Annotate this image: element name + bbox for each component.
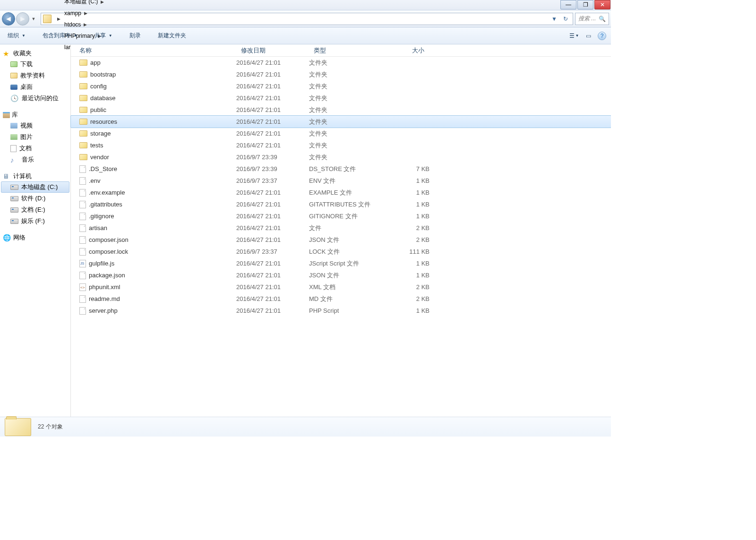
sidebar-item-drive[interactable]: 文档 (E:) xyxy=(1,204,69,215)
file-type: ENV 文件 xyxy=(309,177,386,185)
file-name: composer.lock xyxy=(89,248,128,255)
sidebar-item[interactable]: 视频 xyxy=(1,120,69,131)
organize-button[interactable]: 组织▼ xyxy=(5,30,28,42)
chevron-down-icon: ▼ xyxy=(22,34,26,38)
view-mode-button[interactable]: ☰▼ xyxy=(569,31,579,41)
file-icon xyxy=(79,189,86,197)
file-date: 2016/4/27 21:01 xyxy=(236,236,309,243)
sidebar-item-drive[interactable]: 本地磁盘 (C:) xyxy=(1,181,69,193)
chevron-down-icon: ▼ xyxy=(32,17,36,21)
file-name: phpunit.xml xyxy=(89,283,120,291)
file-row[interactable]: composer.lock2016/9/7 23:37LOCK 文件111 KB xyxy=(71,246,611,257)
file-icon xyxy=(79,201,86,208)
column-header-type[interactable]: 类型 xyxy=(309,44,386,56)
pic-icon xyxy=(10,134,17,140)
file-row[interactable]: .env2016/9/7 23:37ENV 文件1 KB xyxy=(71,175,611,187)
breadcrumb-item[interactable]: xampp▶ xyxy=(62,8,106,19)
file-date: 2016/9/7 23:39 xyxy=(236,165,309,172)
sidebar-item[interactable]: 教学资料 xyxy=(1,70,69,81)
file-size: 2 KB xyxy=(386,224,430,231)
file-row[interactable]: database2016/4/27 21:01文件夹 xyxy=(71,92,611,104)
history-dropdown-button[interactable]: ▼ xyxy=(549,14,559,24)
file-row[interactable]: .env.example2016/4/27 21:01EXAMPLE 文件1 K… xyxy=(71,187,611,198)
desktop-icon xyxy=(10,85,17,90)
network-header[interactable]: 🌐网络 xyxy=(1,232,69,243)
file-row[interactable]: .gitattributes2016/4/27 21:01GITATTRIBUT… xyxy=(71,198,611,210)
file-row[interactable]: public2016/4/27 21:01文件夹 xyxy=(71,104,611,116)
file-icon xyxy=(79,224,86,232)
file-row[interactable]: phpunit.xml2016/4/27 21:01XML 文档2 KB xyxy=(71,281,611,293)
file-row[interactable]: artisan2016/4/27 21:01文件2 KB xyxy=(71,222,611,234)
file-type: 文件夹 xyxy=(309,106,386,114)
file-size: 2 KB xyxy=(386,236,430,243)
file-size: 1 KB xyxy=(386,307,430,314)
nav-history-dropdown[interactable]: ▼ xyxy=(30,14,37,24)
file-row[interactable]: composer.json2016/4/27 21:01JSON 文件2 KB xyxy=(71,234,611,246)
close-button[interactable]: ✕ xyxy=(594,0,610,9)
preview-pane-button[interactable]: ▭ xyxy=(584,31,593,41)
file-date: 2016/9/7 23:39 xyxy=(236,154,309,161)
list-view-icon: ☰ xyxy=(569,33,575,39)
forward-button[interactable]: ► xyxy=(16,12,29,26)
sidebar-item[interactable]: 桌面 xyxy=(1,81,69,93)
sidebar-item[interactable]: 文档 xyxy=(1,143,69,154)
file-row[interactable]: resources2016/4/27 21:01文件夹 xyxy=(70,115,611,128)
sidebar-item-drive[interactable]: 娱乐 (F:) xyxy=(1,215,69,227)
include-in-library-button[interactable]: 包含到库中▼ xyxy=(40,30,80,42)
file-row[interactable]: server.php2016/4/27 21:01PHP Script1 KB xyxy=(71,305,611,317)
file-row[interactable]: config2016/4/27 21:01文件夹 xyxy=(71,80,611,92)
file-row[interactable]: readme.md2016/4/27 21:01MD 文件2 KB xyxy=(71,293,611,305)
computer-header[interactable]: 🖥计算机 xyxy=(1,171,69,181)
file-row[interactable]: vendor2016/9/7 23:39文件夹 xyxy=(71,151,611,163)
refresh-button[interactable]: ↻ xyxy=(560,14,571,24)
refresh-icon: ↻ xyxy=(563,16,568,22)
file-type: 文件夹 xyxy=(309,118,386,126)
column-header-size[interactable]: 大小 xyxy=(386,44,430,56)
sidebar-item[interactable]: 🕓最近访问的位 xyxy=(1,93,69,104)
address-bar[interactable]: ▶ 计算机▶本地磁盘 (C:)▶xampp▶htdocs▶PHPprimary▶… xyxy=(41,13,573,25)
file-row[interactable]: package.json2016/4/27 21:01JSON 文件1 KB xyxy=(71,269,611,281)
file-pane: 名称 修改日期 类型 大小 app2016/4/27 21:01文件夹boots… xyxy=(71,44,611,417)
crumb-root[interactable]: ▶ xyxy=(53,13,62,25)
file-row[interactable]: tests2016/4/27 21:01文件夹 xyxy=(71,139,611,151)
chevron-down-icon: ▼ xyxy=(109,34,112,38)
column-header-date[interactable]: 修改日期 xyxy=(236,44,309,56)
favorites-header[interactable]: ★收藏夹 xyxy=(1,48,69,59)
new-folder-button[interactable]: 新建文件夹 xyxy=(155,30,189,42)
search-input[interactable]: 搜索 ... 🔍 xyxy=(575,13,609,25)
file-icon xyxy=(79,213,86,220)
file-type: 文件夹 xyxy=(309,59,386,67)
column-header-name[interactable]: 名称 xyxy=(71,44,236,56)
status-bar: 22 个对象 xyxy=(0,417,611,437)
file-name: public xyxy=(90,106,106,113)
libraries-header[interactable]: 库 xyxy=(1,110,69,120)
breadcrumb-item[interactable]: 本地磁盘 (C:)▶ xyxy=(62,0,106,8)
music-icon: ♪ xyxy=(10,156,19,163)
file-date: 2016/9/7 23:37 xyxy=(236,177,309,184)
back-button[interactable]: ◄ xyxy=(2,12,15,26)
libraries-group: 库 视频图片文档♪音乐 xyxy=(1,110,69,165)
maximize-button[interactable]: ❐ xyxy=(577,0,593,9)
file-row[interactable]: app2016/4/27 21:01文件夹 xyxy=(71,57,611,69)
file-date: 2016/9/7 23:37 xyxy=(236,248,309,255)
file-row[interactable]: .DS_Store2016/9/7 23:39DS_STORE 文件7 KB xyxy=(71,163,611,175)
navbar: ◄ ► ▼ ▶ 计算机▶本地磁盘 (C:)▶xampp▶htdocs▶PHPpr… xyxy=(0,10,611,27)
file-name: resources xyxy=(90,118,117,125)
sidebar-item[interactable]: 图片 xyxy=(1,131,69,143)
file-row[interactable]: .gitignore2016/4/27 21:01GITIGNORE 文件1 K… xyxy=(71,210,611,222)
file-row[interactable]: gulpfile.js2016/4/27 21:01JScript Script… xyxy=(71,257,611,269)
file-type: DS_STORE 文件 xyxy=(309,165,386,173)
sidebar-item-drive[interactable]: 软件 (D:) xyxy=(1,193,69,204)
file-icon xyxy=(79,177,86,185)
sidebar-item[interactable]: 下载 xyxy=(1,59,69,70)
share-button[interactable]: 共享▼ xyxy=(92,30,115,42)
chevron-down-icon: ▼ xyxy=(74,34,77,38)
file-row[interactable]: storage2016/4/27 21:01文件夹 xyxy=(71,128,611,139)
burn-button[interactable]: 刻录 xyxy=(127,30,144,42)
breadcrumb-item[interactable]: htdocs▶ xyxy=(62,19,106,30)
file-row[interactable]: bootstrap2016/4/27 21:01文件夹 xyxy=(71,69,611,80)
sidebar-item[interactable]: ♪音乐 xyxy=(1,154,69,165)
computer-icon: 🖥 xyxy=(3,172,11,180)
help-button[interactable]: ? xyxy=(598,32,606,40)
minimize-button[interactable]: — xyxy=(560,0,576,9)
